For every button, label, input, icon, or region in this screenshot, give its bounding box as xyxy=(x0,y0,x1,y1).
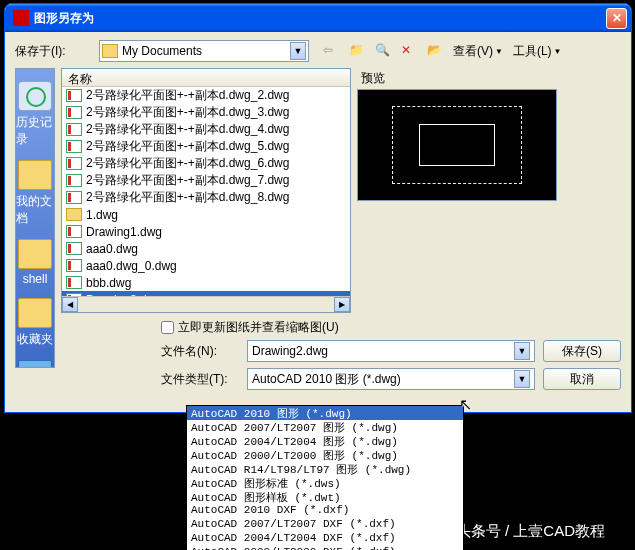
dropdown-option[interactable]: AutoCAD 图形标准 (*.dws) xyxy=(187,476,463,490)
scroll-left-button[interactable]: ◀ xyxy=(62,297,78,312)
filename-input[interactable]: Drawing2.dwg ▼ xyxy=(247,340,535,362)
dropdown-option[interactable]: AutoCAD 2000/LT2000 DXF (*.dxf) xyxy=(187,546,463,550)
file-name: aaa0.dwg_0.dwg xyxy=(86,259,177,273)
dropdown-option[interactable]: AutoCAD 2000/LT2000 图形 (*.dwg) xyxy=(187,448,463,462)
chevron-down-icon[interactable]: ▼ xyxy=(290,42,306,60)
file-name: 2号路绿化平面图+-+副本d.dwg_4.dwg xyxy=(86,121,289,138)
desktop-icon xyxy=(18,360,52,368)
sidebar-item-documents[interactable]: 我的文档 xyxy=(16,156,54,231)
view-menu[interactable]: 查看(V) ▼ xyxy=(453,43,503,60)
file-item[interactable]: 2号路绿化平面图+-+副本d.dwg_4.dwg xyxy=(62,121,350,138)
cursor-icon: ↖ xyxy=(459,395,472,414)
filetype-dropdown-list[interactable]: AutoCAD 2010 图形 (*.dwg)AutoCAD 2007/LT20… xyxy=(186,405,464,550)
search-icon[interactable]: 🔍 xyxy=(375,43,391,59)
cancel-button[interactable]: 取消 xyxy=(543,368,621,390)
file-item[interactable]: bbb.dwg xyxy=(62,274,350,291)
file-item[interactable]: 2号路绿化平面图+-+副本d.dwg_7.dwg xyxy=(62,172,350,189)
horizontal-scrollbar[interactable]: ◀ ▶ xyxy=(62,296,350,312)
preview-label: 预览 xyxy=(357,68,557,89)
file-item[interactable]: 2号路绿化平面图+-+副本d.dwg_8.dwg xyxy=(62,189,350,206)
dialog-title: 图形另存为 xyxy=(34,10,606,27)
file-item[interactable]: 2号路绿化平面图+-+副本d.dwg_2.dwg xyxy=(62,87,350,104)
dwg-file-icon xyxy=(66,276,82,289)
file-name: 2号路绿化平面图+-+副本d.dwg_7.dwg xyxy=(86,172,289,189)
dropdown-option[interactable]: AutoCAD 图形样板 (*.dwt) xyxy=(187,490,463,504)
dwg-file-icon xyxy=(66,106,82,119)
save-in-combo[interactable]: My Documents ▼ xyxy=(99,40,309,62)
close-button[interactable]: ✕ xyxy=(606,8,627,29)
file-name: bbb.dwg xyxy=(86,276,131,290)
documents-icon xyxy=(18,160,52,190)
file-name: 2号路绿化平面图+-+副本d.dwg_3.dwg xyxy=(86,104,289,121)
save-button[interactable]: 保存(S) xyxy=(543,340,621,362)
dwg-file-icon xyxy=(66,191,82,204)
scroll-right-button[interactable]: ▶ xyxy=(334,297,350,312)
dropdown-option[interactable]: AutoCAD 2007/LT2007 DXF (*.dxf) xyxy=(187,518,463,532)
dwg-file-icon xyxy=(66,123,82,136)
titlebar[interactable]: 图形另存为 ✕ xyxy=(5,4,631,32)
file-name: 2号路绿化平面图+-+副本d.dwg_8.dwg xyxy=(86,189,289,206)
dwg-file-icon xyxy=(66,140,82,153)
chevron-down-icon[interactable]: ▼ xyxy=(514,370,530,388)
file-name: 2号路绿化平面图+-+副本d.dwg_2.dwg xyxy=(86,87,289,104)
filetype-combo[interactable]: AutoCAD 2010 图形 (*.dwg) ▼ xyxy=(247,368,535,390)
filename-label: 文件名(N): xyxy=(161,343,239,360)
file-name: 2号路绿化平面图+-+副本d.dwg_5.dwg xyxy=(86,138,289,155)
sidebar-item-label: shell xyxy=(23,272,48,286)
dropdown-option[interactable]: AutoCAD 2010 图形 (*.dwg) xyxy=(187,406,463,420)
file-item[interactable]: 2号路绿化平面图+-+副本d.dwg_3.dwg xyxy=(62,104,350,121)
dwg-file-icon xyxy=(66,225,82,238)
sidebar-item-label: 历史记录 xyxy=(16,114,54,148)
file-item[interactable]: Drawing1.dwg xyxy=(62,223,350,240)
dwg-file-icon xyxy=(66,242,82,255)
file-item[interactable]: 2号路绿化平面图+-+副本d.dwg_6.dwg xyxy=(62,155,350,172)
filename-value: Drawing2.dwg xyxy=(252,344,328,358)
dwg-file-icon xyxy=(66,157,82,170)
dropdown-option[interactable]: AutoCAD 2004/LT2004 图形 (*.dwg) xyxy=(187,434,463,448)
column-header-name[interactable]: 名称 xyxy=(62,69,350,87)
dwg-file-icon xyxy=(66,293,82,296)
dropdown-option[interactable]: AutoCAD 2010 DXF (*.dxf) xyxy=(187,504,463,518)
tools-menu[interactable]: 工具(L) ▼ xyxy=(513,43,562,60)
save-in-label: 保存于(I): xyxy=(15,43,93,60)
preview-thumbnail xyxy=(357,89,557,201)
new-folder-icon[interactable]: 📂 xyxy=(427,43,443,59)
up-folder-icon[interactable]: 📁 xyxy=(349,43,365,59)
chevron-down-icon[interactable]: ▼ xyxy=(514,342,530,360)
save-in-value: My Documents xyxy=(122,44,202,58)
filetype-label: 文件类型(T): xyxy=(161,371,239,388)
folder-icon xyxy=(18,239,52,269)
sidebar-item-desktop[interactable]: 桌面 xyxy=(18,356,52,368)
filetype-value: AutoCAD 2010 图形 (*.dwg) xyxy=(252,371,401,388)
update-thumbnail-checkbox[interactable] xyxy=(161,321,174,334)
delete-icon[interactable]: ✕ xyxy=(401,43,417,59)
watermark-text: 头条号 / 上壹CAD教程 xyxy=(456,522,605,541)
file-list[interactable]: 名称 2号路绿化平面图+-+副本d.dwg_2.dwg2号路绿化平面图+-+副本… xyxy=(61,68,351,313)
sidebar-item-favorites[interactable]: 收藏夹 xyxy=(17,294,53,352)
preview-pane: 预览 xyxy=(357,68,557,313)
file-item[interactable]: aaa0.dwg_0.dwg xyxy=(62,257,350,274)
checkbox-label: 立即更新图纸并查看缩略图(U) xyxy=(178,319,339,336)
dwg-file-icon xyxy=(66,89,82,102)
history-icon xyxy=(18,81,52,111)
dropdown-option[interactable]: AutoCAD R14/LT98/LT97 图形 (*.dwg) xyxy=(187,462,463,476)
sidebar-item-history[interactable]: 历史记录 xyxy=(16,77,54,152)
sidebar-item-label: 我的文档 xyxy=(16,193,54,227)
file-name: Drawing1.dwg xyxy=(86,225,162,239)
dwg-file-icon xyxy=(66,174,82,187)
dropdown-option[interactable]: AutoCAD 2007/LT2007 图形 (*.dwg) xyxy=(187,420,463,434)
dwg-file-icon xyxy=(66,259,82,272)
file-item[interactable]: 2号路绿化平面图+-+副本d.dwg_5.dwg xyxy=(62,138,350,155)
back-icon[interactable]: ⇦ xyxy=(323,43,339,59)
save-as-dialog: 图形另存为 ✕ 保存于(I): My Documents ▼ ⇦ 📁 🔍 ✕ 📂… xyxy=(4,3,632,413)
file-name: 2号路绿化平面图+-+副本d.dwg_6.dwg xyxy=(86,155,289,172)
toolbar: ⇦ 📁 🔍 ✕ 📂 查看(V) ▼ 工具(L) ▼ xyxy=(323,43,562,60)
favorites-icon xyxy=(18,298,52,328)
app-icon xyxy=(13,10,29,26)
sidebar-item-shell[interactable]: shell xyxy=(18,235,52,290)
file-item[interactable]: 1.dwg xyxy=(62,206,350,223)
dropdown-option[interactable]: AutoCAD 2004/LT2004 DXF (*.dxf) xyxy=(187,532,463,546)
folder-icon xyxy=(66,208,82,221)
file-item[interactable]: aaa0.dwg xyxy=(62,240,350,257)
folder-icon xyxy=(102,44,118,58)
